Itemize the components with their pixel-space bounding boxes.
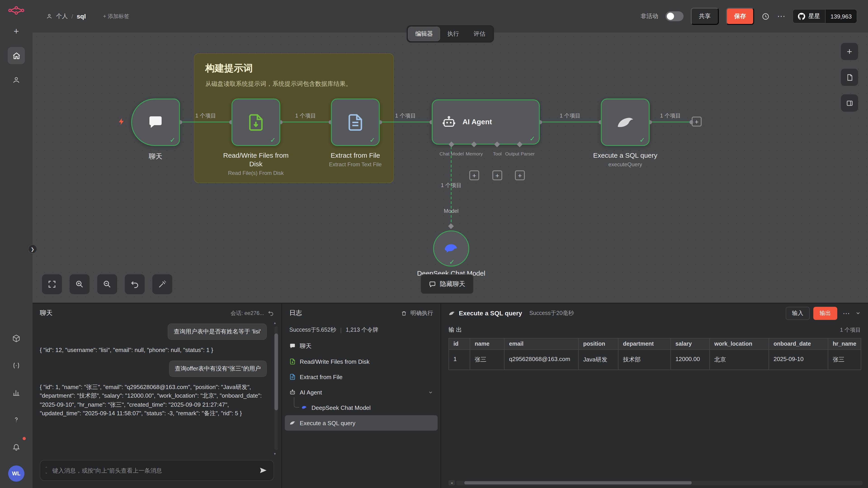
tab-evaluations[interactable]: 评估 (467, 27, 492, 41)
wire-items-label: 1 个项目 (441, 182, 462, 189)
add-output-parser-button[interactable]: + (515, 170, 525, 180)
scroll-down-arrow-icon[interactable]: ▾ (274, 452, 276, 456)
success-check-icon: ✓ (170, 136, 176, 144)
tab-executions[interactable]: 执行 (440, 27, 466, 41)
share-button[interactable]: 共享 (691, 8, 719, 25)
sidebar-item-personal[interactable] (8, 71, 25, 89)
github-star-widget[interactable]: 星星 139,963 (793, 9, 857, 24)
output-tab-button[interactable]: 输出 (813, 306, 837, 320)
wire-extract-to-agent (380, 122, 432, 123)
node-ai-agent[interactable]: AI Agent ✓ (432, 99, 540, 144)
logs-token-count: 1,213 个令牌 (346, 326, 379, 334)
workflow-canvas[interactable]: 构建提示词 从磁盘读取系统提示词，系统提示词包含数据库结果。 1 个项目 1 个… (33, 33, 868, 303)
column-header[interactable]: email (504, 338, 579, 350)
column-header[interactable]: onboard_date (769, 338, 828, 350)
add-tag-button[interactable]: + 添加标签 (103, 12, 129, 20)
log-row-label: Extract from File (300, 373, 342, 380)
chat-message-bot: { "id": 1, "name": "张三", "email": "q2956… (40, 383, 267, 418)
sidebar-item-home[interactable] (8, 47, 25, 64)
sidebar-item-templates[interactable] (8, 330, 25, 347)
chat-messages[interactable]: 查询用户表中是否有姓名等于 'lisi' { "id": 12, "userna… (40, 324, 267, 452)
scroll-left-arrow-icon[interactable]: ◂ (448, 480, 455, 485)
add-node-endpoint-button[interactable]: + (692, 117, 702, 127)
mysql-dolphin-icon (448, 310, 455, 317)
collapse-chevron-icon[interactable] (855, 311, 861, 316)
table-cell: 张三 (828, 350, 861, 370)
node-execute-sql[interactable]: ✓ (601, 98, 650, 146)
chat-message-input[interactable] (52, 467, 254, 474)
output-table[interactable]: id name email position department salary… (448, 338, 861, 370)
wire-agent-to-sql (540, 122, 601, 123)
chat-session-label: 会话: ee276... (230, 309, 264, 317)
scroll-up-arrow-icon[interactable]: ▴ (274, 321, 276, 325)
clear-execution-label: 明确执行 (410, 309, 433, 317)
column-header[interactable]: name (470, 338, 504, 350)
log-row-extract[interactable]: Extract from File (285, 369, 438, 385)
chat-scrollbar[interactable]: ▴ ▾ (274, 326, 278, 450)
activate-toggle[interactable] (665, 11, 684, 21)
history-icon[interactable] (761, 12, 770, 21)
log-row-label: DeepSeek Chat Model (311, 404, 371, 411)
new-workflow-button[interactable]: + (8, 23, 25, 40)
chat-message-user: 查询offer表中有没有“张三”的用户 (169, 360, 267, 377)
scrollbar-thumb[interactable] (464, 481, 692, 484)
toggle-knob (667, 13, 674, 20)
log-row-readwrite[interactable]: Read/Write Files from Disk (285, 354, 438, 369)
more-menu-icon[interactable]: ⋯ (777, 11, 785, 21)
sidebar-item-help[interactable] (8, 411, 25, 428)
expand-sidebar-chevron[interactable]: ❯ (28, 245, 37, 254)
history-chevrons-icon: ⌃⌄ (45, 466, 48, 474)
workflow-name[interactable]: sql (76, 13, 86, 20)
log-row-deepseek[interactable]: DeepSeek Chat Model (285, 400, 438, 415)
output-horizontal-scrollbar[interactable]: ◂ (448, 480, 863, 485)
scrollbar-track[interactable] (456, 481, 863, 485)
node-deepseek-chat-model[interactable]: ✓ (433, 230, 469, 267)
chevron-down-icon[interactable] (428, 390, 433, 395)
zoom-out-button[interactable] (97, 274, 117, 294)
add-memory-button[interactable]: + (469, 170, 479, 180)
zoom-in-button[interactable] (70, 274, 90, 294)
tab-editor[interactable]: 编辑器 (408, 27, 440, 41)
node-chat-trigger[interactable]: ✓ (131, 98, 180, 146)
avatar[interactable]: WL (8, 465, 24, 482)
undo-button[interactable] (125, 274, 145, 294)
node-subtitle: Extract From Text File (312, 161, 398, 168)
clear-execution-button[interactable]: 明确执行 (401, 309, 433, 317)
add-node-button[interactable]: + (841, 43, 858, 60)
scrollbar-thumb[interactable] (274, 333, 278, 410)
hide-chat-button[interactable]: 隐藏聊天 (421, 274, 474, 294)
table-cell: q295628068@163.com (504, 350, 579, 370)
toggle-panel-button[interactable] (841, 94, 858, 111)
column-header[interactable]: salary (671, 338, 710, 350)
sidebar-item-insights[interactable] (8, 384, 25, 401)
save-button[interactable]: 保存 (726, 8, 754, 25)
column-header[interactable]: id (449, 338, 470, 350)
table-row[interactable]: 1 张三 q295628068@163.com Java研发 技术部 12000… (449, 350, 861, 370)
breadcrumb-workspace[interactable]: 个人 (56, 12, 68, 20)
wire-items-label: 1 个项目 (560, 112, 581, 120)
log-row-chat[interactable]: 聊天 (285, 338, 438, 354)
log-row-execute-sql[interactable]: Execute a SQL query (285, 415, 438, 431)
help-icon (12, 416, 20, 424)
home-icon (12, 51, 21, 60)
tidy-up-wand-button[interactable] (152, 274, 172, 294)
input-tab-button[interactable]: 输入 (786, 306, 810, 320)
refresh-session-icon[interactable] (268, 310, 274, 316)
log-row-ai-agent[interactable]: AI Agent (285, 385, 438, 400)
send-icon[interactable] (259, 466, 267, 475)
node-readwrite-files[interactable]: ✓ (231, 98, 280, 146)
add-tool-button[interactable]: + (492, 170, 502, 180)
zoom-to-fit-button[interactable] (42, 274, 62, 294)
table-cell: 2025-09-10 (769, 350, 828, 370)
node-extract-from-file[interactable]: ✓ (331, 98, 380, 146)
detail-more-icon[interactable]: ⋯ (841, 309, 852, 318)
column-header[interactable]: hr_name (828, 338, 861, 350)
sidebar-item-variables[interactable] (8, 357, 25, 374)
column-header[interactable]: position (579, 338, 618, 350)
add-sticky-note-button[interactable] (841, 69, 858, 86)
port-model[interactable] (448, 223, 454, 229)
sidebar-item-notifications[interactable] (8, 438, 25, 455)
column-header[interactable]: work_location (710, 338, 769, 350)
column-header[interactable]: department (618, 338, 671, 350)
chat-bubble-icon (147, 114, 164, 130)
